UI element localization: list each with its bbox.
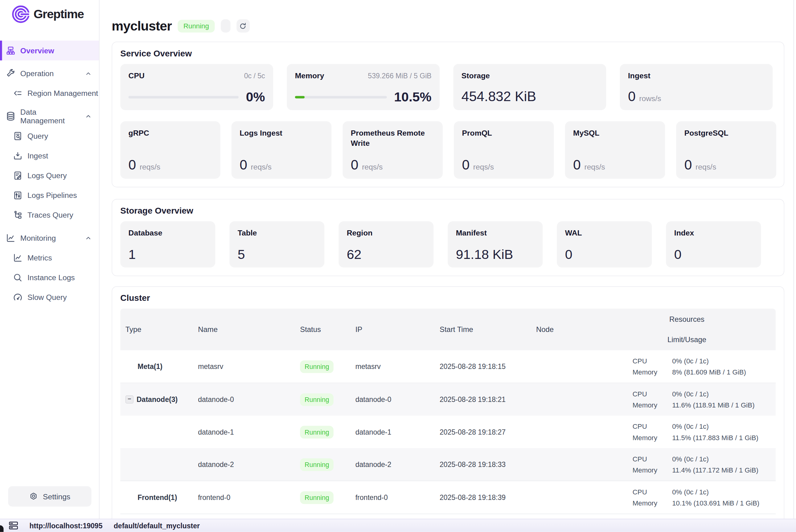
sidebar-item-monitoring[interactable]: Monitoring [0,228,99,247]
rate-unit: reqs/s [584,163,605,171]
table-row: Frontend(1)frontend-0Runningfrontend-020… [120,481,776,514]
service-card-mysql: MySQL0reqs/s [565,121,665,179]
card-label: Index [674,228,753,238]
resource-memory-label: Memory [632,466,672,474]
status-badge: Running [300,393,334,406]
resource-memory-label: Memory [632,499,672,507]
chevron-up-icon[interactable] [84,234,92,242]
cell-resources: CPU0% (0c / 1c)Memory8% (81.609 MiB / 1 … [627,357,776,376]
sidebar-item-metrics[interactable]: Metrics [0,248,99,268]
sidebar-item-slow-query[interactable]: Slow Query [0,287,99,307]
rate-value: 0 [129,158,136,172]
refresh-button[interactable] [236,19,250,33]
chevron-up-icon[interactable] [84,112,92,120]
resource-cpu-label: CPU [632,390,672,398]
value-row: 0rows/s [628,90,764,103]
settings-button[interactable]: Settings [8,487,91,507]
storage-card-table: Table5 [229,221,324,268]
sidebar-item-traces-query[interactable]: Traces Query [0,205,99,225]
statusbar-database: default/default_mycluster [114,521,200,530]
sidebar-item-overview[interactable]: Overview [0,41,99,60]
chart-icon [13,252,23,263]
gauge-row: 10.5% [295,90,432,103]
card-top: CPU0c / 5c [129,71,265,80]
card-label: Database [129,228,207,238]
sidebar-item-label: Instance Logs [27,273,75,282]
stat-unit: rows/s [639,94,661,103]
greptime-spiral-icon [11,4,31,24]
cell-ip: datanode-0 [350,396,434,403]
percent-value: 0% [246,90,265,103]
sidebar-item-label: Logs Pipelines [27,191,77,200]
storage-overview-title: Storage Overview [120,206,776,216]
sidebar-item-logs-pipelines[interactable]: Logs Pipelines [0,185,99,205]
service-overview-row2: gRPC0reqs/sLogs Ingest0reqs/sPrometheus … [120,121,776,179]
chevron-up-icon[interactable] [84,69,92,77]
card-label: PostgreSQL [684,128,768,138]
rate-unit: reqs/s [473,163,494,171]
resource-memory-line: Memory11.4% (117.172 MiB / 1 GiB) [632,466,776,474]
service-card-memory: Memory539.266 MiB / 5 GiB10.5% [287,64,440,110]
storage-value: 0 [674,248,682,261]
rate-value: 0 [684,158,692,172]
column-header-name: Name [193,325,295,334]
table-row: datanode-2Runningdatanode-22025-08-28 19… [120,448,776,481]
sidebar-item-label: Slow Query [27,293,67,301]
value-row: 0reqs/s [462,158,546,172]
rate-unit: reqs/s [251,163,271,171]
sidebar-item-logs-query[interactable]: Logs Query [0,166,99,185]
stat-value: 454.832 KiB [461,90,536,103]
sidebar-item-operation[interactable]: Operation [0,63,99,83]
sidebar-nav: OverviewOperationRegion ManagementData M… [0,41,99,307]
status-badge: Running [300,458,334,471]
sidebar-item-label: Metrics [27,253,52,262]
table-row: datanode-1Runningdatanode-12025-08-28 19… [120,416,776,448]
sidebar-item-instance-logs[interactable]: Instance Logs [0,268,99,287]
rate-value: 0 [462,158,470,172]
sidebar-item-data-management[interactable]: Data Management [0,106,99,126]
value-row: 0 [674,248,753,261]
gauge-row: 0% [129,90,265,103]
region-icon [13,88,23,98]
storage-overview-panel: Storage Overview Database1Table5Region62… [112,199,784,276]
sidebar-item-label: Operation [20,69,54,78]
sidebar-item-label: Traces Query [27,210,73,219]
secondary-action-button[interactable] [221,19,230,33]
sidebar-item-label: Region Management [27,89,98,97]
storage-value: 91.18 KiB [456,248,513,261]
rate-unit: reqs/s [696,163,716,171]
resource-memory-value: 11.6% (118.91 MiB / 1 GiB) [672,401,754,409]
ingest-icon [13,150,23,160]
resource-memory-line: Memory11.5% (117.883 MiB / 1 GiB) [632,434,776,441]
card-label: Manifest [456,228,535,238]
sidebar-item-label: Ingest [27,151,48,160]
resource-cpu-value: 0% (0c / 1c) [672,390,709,398]
table-row: Meta(1)metasrvRunningmetasrv2025-08-28 1… [120,350,776,383]
table-row: −Datanode(3)datanode-0Runningdatanode-02… [120,383,776,416]
cell-name: datanode-2 [193,460,295,469]
service-card-storage: Storage454.832 KiB [454,64,606,110]
cell-type: Frontend(1) [120,493,193,501]
sidebar-item-ingest[interactable]: Ingest [0,146,99,166]
sidebar-item-label: Monitoring [20,233,56,242]
card-label: Logs Ingest [240,128,323,138]
rate-value: 0 [351,158,359,172]
cell-ip: frontend-0 [350,493,434,501]
resource-memory-line: Memory8% (81.609 MiB / 1 GiB) [632,368,776,376]
sidebar-item-query[interactable]: Query [0,126,99,146]
card-top: Memory539.266 MiB / 5 GiB [295,71,432,80]
gauge-icon [13,292,23,302]
storage-card-wal: WAL0 [557,221,652,268]
cell-start-time: 2025-08-28 19:18:33 [435,460,531,469]
cell-resources: CPU0% (0c / 1c)Memory11.5% (117.883 MiB … [627,422,776,441]
card-top: Ingest [628,71,764,80]
value-row: 454.832 KiB [461,90,598,103]
cluster-title: Cluster [120,293,776,304]
cell-resources: CPU0% (0c / 1c)Memory11.6% (118.91 MiB /… [627,390,776,409]
column-header-type: Type [120,325,193,334]
resource-memory-value: 8% (81.609 MiB / 1 GiB) [672,368,746,376]
resource-cpu-label: CPU [632,488,672,496]
logs-pipelines-icon [13,190,23,200]
sidebar-item-region-management[interactable]: Region Management [0,83,99,103]
collapse-button[interactable]: − [126,396,133,403]
